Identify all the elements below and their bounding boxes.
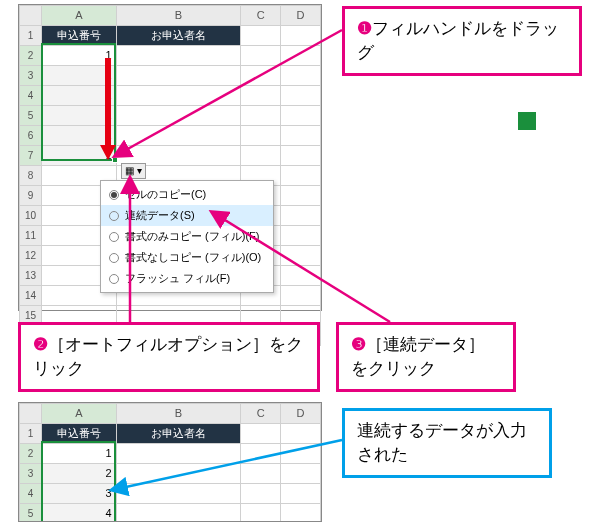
row-header[interactable]: 9	[20, 186, 42, 206]
row-header[interactable]: 4	[20, 86, 42, 106]
cell[interactable]	[281, 206, 321, 226]
callout-1: ❶フィルハンドルをドラッグ	[342, 6, 582, 76]
row-header[interactable]: 4	[20, 484, 42, 504]
cell[interactable]	[241, 26, 281, 46]
row-header[interactable]: 5	[20, 106, 42, 126]
cell[interactable]	[116, 484, 241, 504]
autofill-options-button[interactable]: ▦ ▾	[121, 163, 146, 179]
cell[interactable]	[281, 444, 321, 464]
radio-icon	[109, 211, 119, 221]
header-cell-A1[interactable]: 申込番号	[41, 26, 116, 46]
cell[interactable]	[281, 146, 321, 166]
autofill-options-menu: セルのコピー(C) 連続データ(S) 書式のみコピー (フィル)(F) 書式なし…	[100, 180, 274, 293]
header-cell-B1[interactable]: お申込者名	[116, 424, 241, 444]
callout-3: ❸［連続データ］をクリック	[336, 322, 516, 392]
col-header-D[interactable]: D	[281, 404, 321, 424]
callout-text: フィルハンドルをドラッグ	[357, 19, 559, 62]
cell[interactable]	[241, 126, 281, 146]
cell-A4[interactable]: 3	[41, 484, 116, 504]
col-header-A[interactable]: A	[41, 404, 116, 424]
cell[interactable]	[116, 464, 241, 484]
col-header-B[interactable]: B	[116, 6, 240, 26]
cell-A4[interactable]: 1	[41, 86, 116, 106]
cell[interactable]	[241, 106, 281, 126]
header-cell-B1[interactable]: お申込者名	[116, 26, 240, 46]
row-header[interactable]: 10	[20, 206, 42, 226]
cell[interactable]	[281, 26, 321, 46]
cell[interactable]	[281, 46, 321, 66]
cell[interactable]	[281, 266, 321, 286]
cell[interactable]	[281, 66, 321, 86]
row-header[interactable]: 12	[20, 246, 42, 266]
cell[interactable]	[281, 186, 321, 206]
cell[interactable]	[241, 424, 281, 444]
row-header[interactable]: 1	[20, 26, 42, 46]
row-header[interactable]: 5	[20, 504, 42, 523]
cell[interactable]	[241, 444, 281, 464]
callout-text: 連続するデータが入力された	[357, 421, 527, 464]
cell[interactable]	[281, 226, 321, 246]
col-header-C[interactable]: C	[241, 6, 281, 26]
col-header-C[interactable]: C	[241, 404, 281, 424]
col-header-D[interactable]: D	[281, 6, 321, 26]
cell[interactable]	[281, 246, 321, 266]
cell[interactable]	[116, 444, 241, 464]
decorative-square-icon	[518, 112, 536, 130]
cell[interactable]	[116, 106, 240, 126]
cell-A2[interactable]: 1	[41, 444, 116, 464]
cell[interactable]	[281, 464, 321, 484]
cell-A7[interactable]: 1	[41, 146, 116, 166]
cell[interactable]	[241, 504, 281, 523]
menu-label: 書式なしコピー (フィル)(O)	[125, 250, 261, 265]
cell[interactable]	[281, 166, 321, 186]
cell[interactable]	[281, 484, 321, 504]
row-header[interactable]: 3	[20, 66, 42, 86]
cell[interactable]	[281, 286, 321, 306]
cell[interactable]	[281, 86, 321, 106]
cell[interactable]	[281, 424, 321, 444]
cell[interactable]	[241, 146, 281, 166]
cell[interactable]	[281, 126, 321, 146]
row-header[interactable]: 8	[20, 166, 42, 186]
cell[interactable]	[281, 504, 321, 523]
cell-A3[interactable]: 2	[41, 464, 116, 484]
cell[interactable]	[116, 86, 240, 106]
row-header[interactable]: 2	[20, 46, 42, 66]
cell[interactable]	[241, 484, 281, 504]
row-header[interactable]: 7	[20, 146, 42, 166]
cell-A6[interactable]: 1	[41, 126, 116, 146]
cell[interactable]	[241, 86, 281, 106]
cell[interactable]	[116, 126, 240, 146]
cell-A2[interactable]: 1	[41, 46, 116, 66]
menu-item-flash-fill[interactable]: フラッシュ フィル(F)	[101, 268, 273, 289]
col-header-A[interactable]: A	[41, 6, 116, 26]
cell[interactable]	[281, 106, 321, 126]
callout-number: ❷	[33, 333, 48, 357]
col-header-B[interactable]: B	[116, 404, 241, 424]
cell-A3[interactable]: 1	[41, 66, 116, 86]
menu-item-fill-series[interactable]: 連続データ(S)	[101, 205, 273, 226]
radio-icon	[109, 274, 119, 284]
cell[interactable]	[241, 66, 281, 86]
cell[interactable]	[241, 464, 281, 484]
row-header[interactable]: 11	[20, 226, 42, 246]
header-cell-A1[interactable]: 申込番号	[41, 424, 116, 444]
row-header[interactable]: 1	[20, 424, 42, 444]
select-all-corner[interactable]	[20, 6, 42, 26]
select-all-corner[interactable]	[20, 404, 42, 424]
cell[interactable]	[116, 66, 240, 86]
fill-handle[interactable]	[112, 157, 118, 163]
menu-item-copy-cells[interactable]: セルのコピー(C)	[101, 184, 273, 205]
row-header[interactable]: 2	[20, 444, 42, 464]
row-header[interactable]: 13	[20, 266, 42, 286]
menu-item-fill-format-only[interactable]: 書式のみコピー (フィル)(F)	[101, 226, 273, 247]
cell-A5[interactable]: 1	[41, 106, 116, 126]
menu-item-fill-without-format[interactable]: 書式なしコピー (フィル)(O)	[101, 247, 273, 268]
row-header[interactable]: 6	[20, 126, 42, 146]
cell-A5[interactable]: 4	[41, 504, 116, 523]
row-header[interactable]: 14	[20, 286, 42, 306]
cell[interactable]	[116, 504, 241, 523]
cell[interactable]	[116, 46, 240, 66]
cell[interactable]	[241, 46, 281, 66]
row-header[interactable]: 3	[20, 464, 42, 484]
